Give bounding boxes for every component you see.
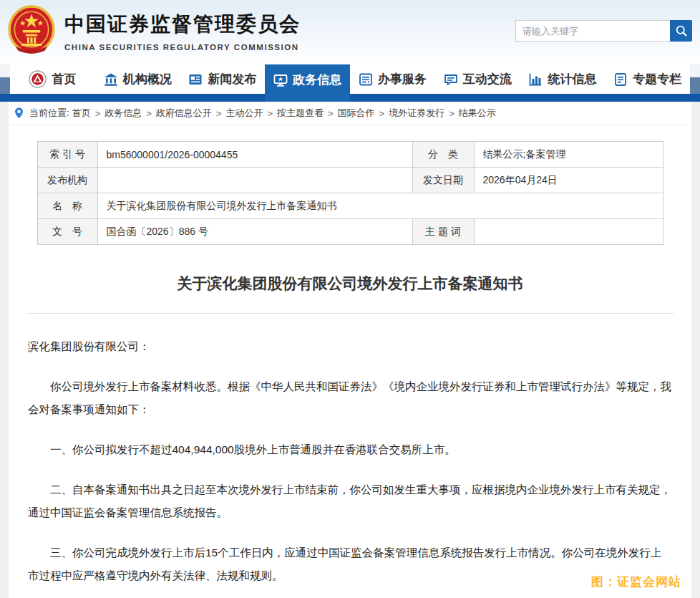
bar-chart-icon [528, 72, 543, 87]
nav-item-services[interactable]: 办事服务 [350, 64, 435, 94]
doc-paragraph: 一、你公司拟发行不超过404,944,000股境外上市普通股并在香港联合交易所上… [28, 438, 672, 461]
site-header: 中国证券监督管理委员会 CHINA SECURITIES REGULATORY … [0, 0, 700, 64]
meta-value-doc-number: 国合函〔2026〕886 号 [97, 219, 412, 245]
main-navigation: 首页 机构概况 [0, 64, 700, 102]
nav-item-news[interactable]: 新闻发布 [180, 64, 266, 94]
meta-value-subject-words [474, 219, 663, 245]
doc-paragraph: 你公司境外发行上市备案材料收悉。根据《中华人民共和国证券法》《境内企业境外发行证… [28, 375, 672, 421]
search-input[interactable] [515, 20, 670, 42]
table-row: 发布机构 发文日期 2026年04月24日 [37, 168, 663, 193]
nav-label: 新闻发布 [208, 71, 256, 87]
breadcrumb-separator: > [378, 108, 387, 119]
meta-label-subject-words: 主 题 词 [412, 219, 474, 245]
chat-icon [444, 72, 458, 87]
main-content: 当前位置: 首页 > 政务信息 > 政府信息公开 > 主动公开 > 按主题查看 … [9, 102, 691, 598]
nav-item-statistics[interactable]: 统计信息 [520, 64, 606, 94]
breadcrumb-item-home[interactable]: 首页 [72, 107, 91, 120]
breadcrumb-prefix: 当前位置: [29, 107, 69, 120]
meta-value-title: 关于滨化集团股份有限公司境外发行上市备案通知书 [97, 193, 663, 219]
document-body: 滨化集团股份有限公司： 你公司境外发行上市备案材料收悉。根据《中华人民共和国证券… [9, 314, 691, 598]
breadcrumb-separator: > [215, 108, 223, 119]
meta-value-issuing-agency [97, 168, 412, 193]
nav-item-interaction[interactable]: 互动交流 [435, 64, 520, 94]
breadcrumb-item-by-topic[interactable]: 按主题查看 [277, 107, 324, 120]
breadcrumb-item-overseas-issuance[interactable]: 境外证券发行 [389, 107, 444, 120]
bank-icon [104, 72, 118, 87]
search-button[interactable] [670, 20, 692, 42]
org-titles: 中国证券监督管理委员会 CHINA SECURITIES REGULATORY … [64, 11, 301, 52]
csrc-logo-icon [29, 70, 47, 88]
meta-label-issuing-agency: 发布机构 [37, 168, 97, 193]
breadcrumb-item-disclosure[interactable]: 政府信息公开 [156, 107, 212, 120]
nav-item-special-topics[interactable]: 专题专栏 [605, 64, 690, 94]
breadcrumb-item-intl-cooperation[interactable]: 国际合作 [338, 107, 375, 120]
breadcrumb-separator: > [94, 108, 102, 119]
breadcrumb-item-proactive[interactable]: 主动公开 [225, 107, 263, 120]
meta-value-category: 结果公示;备案管理 [474, 142, 663, 168]
breadcrumb-separator: > [326, 108, 335, 119]
breadcrumb-item-gov-info[interactable]: 政务信息 [104, 107, 142, 120]
nav-label: 政务信息 [293, 72, 341, 88]
org-title-cn: 中国证券监督管理委员会 [64, 11, 301, 38]
nav-label: 办事服务 [378, 71, 427, 87]
meta-label-doc-number: 文 号 [37, 219, 97, 245]
org-title-en: CHINA SECURITIES REGULATORY COMMISSION [64, 43, 301, 52]
nav-left-accent [0, 77, 10, 94]
nav-label: 统计信息 [548, 71, 596, 87]
table-row: 文 号 国合函〔2026〕886 号 主 题 词 [37, 219, 663, 245]
nav-item-home[interactable]: 首页 [10, 64, 95, 94]
search-bar [515, 20, 692, 42]
table-row: 索 引 号 bm56000001/2026-00004455 分 类 结果公示;… [37, 142, 663, 168]
nav-label: 专题专栏 [633, 71, 681, 87]
nav-right-accent [690, 77, 700, 94]
meta-label-issue-date: 发文日期 [412, 168, 474, 193]
meta-label-index-number: 索 引 号 [37, 142, 97, 168]
breadcrumb: 当前位置: 首页 > 政务信息 > 政府信息公开 > 主动公开 > 按主题查看 … [9, 102, 691, 125]
monitor-icon [273, 73, 288, 87]
nav-item-government-info[interactable]: 政务信息 [265, 64, 350, 102]
nav-item-about[interactable]: 机构概况 [95, 64, 180, 94]
breadcrumb-separator: > [266, 108, 274, 119]
page-title: 关于滨化集团股份有限公司境外发行上市备案通知书 [9, 274, 691, 294]
document-icon [613, 72, 628, 87]
doc-paragraph: 二、自本备案通知书出具之日起至本次境外发行上市结束前，你公司如发生重大事项，应根… [28, 478, 672, 524]
search-icon [675, 24, 688, 37]
nav-label: 机构概况 [123, 71, 172, 87]
nav-bar: 首页 机构概况 [10, 64, 690, 94]
table-row: 名 称 关于滨化集团股份有限公司境外发行上市备案通知书 [37, 193, 663, 219]
document-meta-table: 索 引 号 bm56000001/2026-00004455 分 类 结果公示;… [37, 141, 663, 245]
image-source-watermark: 图：证监会网站 [591, 574, 681, 590]
doc-paragraph: 三、你公司完成境外发行上市后15个工作日内，应通过中国证监会备案管理信息系统报告… [28, 541, 672, 587]
meta-value-index-number: bm56000001/2026-00004455 [97, 142, 412, 168]
nav-bottom-bar [0, 94, 700, 102]
doc-salutation: 滨化集团股份有限公司： [28, 335, 672, 358]
news-icon [188, 72, 203, 87]
form-icon [359, 72, 373, 87]
breadcrumb-separator: > [447, 108, 456, 119]
nav-label: 首页 [52, 71, 76, 87]
breadcrumb-item-results[interactable]: 结果公示 [459, 107, 496, 120]
breadcrumb-separator: > [145, 108, 153, 119]
national-emblem-icon [8, 5, 55, 57]
meta-label-title: 名 称 [37, 193, 97, 219]
meta-value-issue-date: 2026年04月24日 [474, 168, 663, 193]
nav-label: 互动交流 [463, 71, 512, 87]
location-pin-icon [14, 107, 24, 119]
meta-label-category: 分 类 [412, 142, 474, 168]
